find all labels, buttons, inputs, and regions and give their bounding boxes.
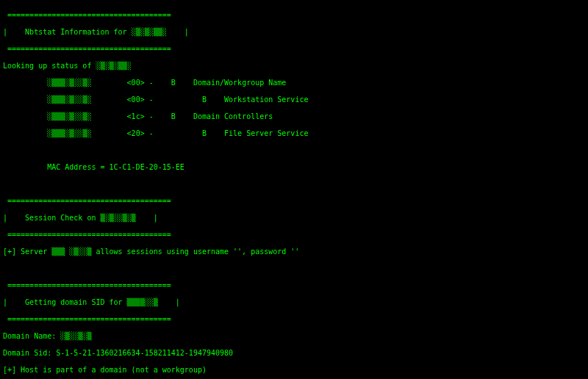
session-msg: [+] Server ▒▒▒ ░▒░░▒ allows sessions usi… bbox=[3, 247, 585, 256]
nbtstat-row: ░▒▒▒░▒░░▒░ <00> - B Domain/Workgroup Nam… bbox=[3, 78, 585, 87]
nbtstat-lookup-line: Looking up status of ░▒░▒░▒▒░ bbox=[3, 61, 585, 71]
nbtstat-blank bbox=[3, 145, 585, 155]
nbtstat-rule-top: ===================================== bbox=[3, 10, 585, 20]
nbtstat-rule-bot: ===================================== bbox=[3, 44, 585, 54]
sid-rule-bot: ===================================== bbox=[3, 314, 585, 324]
nbtstat-row: ░▒▒▒░▒░░▒░ <1c> - B Domain Controllers bbox=[3, 112, 585, 121]
sid-domain-name: Domain Name: ░▒░░▒░▒ bbox=[3, 331, 585, 341]
nbtstat-row: ░▒▒▒░▒░░▒░ <20> - B File Server Service bbox=[3, 129, 585, 138]
nbtstat-mac: MAC Address = 1C-C1-DE-20-15-EE bbox=[3, 162, 585, 172]
sid-value: Domain Sid: S-1-5-21-1360216634-15821141… bbox=[3, 348, 585, 358]
nbtstat-rows: ░▒▒▒░▒░░▒░ <00> - B Domain/Workgroup Nam… bbox=[3, 78, 585, 138]
session-rule-top: ===================================== bbox=[3, 196, 585, 206]
nbtstat-title: | Nbtstat Information for ░▒░▒░▒▒░ | bbox=[3, 27, 585, 37]
nbtstat-row: ░▒▒▒░▒░░▒░ <00> - B Workstation Service bbox=[3, 95, 585, 104]
session-rule-bot: ===================================== bbox=[3, 230, 585, 239]
sid-title: | Getting domain SID for ▒▒▒▒░░▒ | bbox=[3, 297, 585, 307]
sid-rule-top: ===================================== bbox=[3, 281, 585, 290]
session-title: | Session Check on ▒░▒░░▒░▒ | bbox=[3, 213, 585, 223]
sid-host-line: [+] Host is part of a domain (not a work… bbox=[3, 365, 585, 375]
